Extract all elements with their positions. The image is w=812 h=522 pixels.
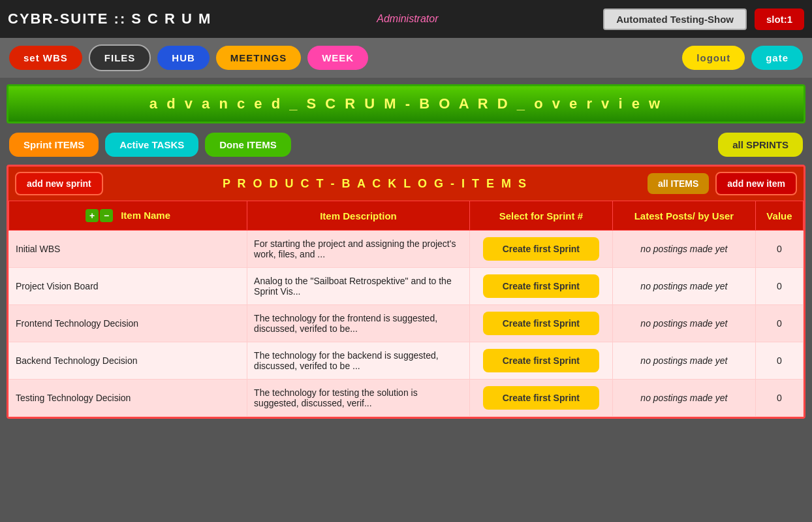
table-row: Initial WBS For starting the project and… xyxy=(9,231,804,268)
slot-button[interactable]: slot:1 xyxy=(755,8,804,30)
header-center: Administrator xyxy=(219,13,595,25)
minus-button[interactable]: − xyxy=(100,209,113,222)
backlog-table: + − Item Name Item Description Select fo… xyxy=(8,201,804,417)
cell-desc-0: For starting the project and assigning t… xyxy=(247,231,470,268)
cell-sprint-4: Create first Sprint xyxy=(469,380,612,417)
cell-name-0: Initial WBS xyxy=(9,231,247,268)
cell-posts-1: no postings made yet xyxy=(612,268,755,305)
cell-name-4: Testing Technology Decision xyxy=(9,380,247,417)
cell-value-3: 0 xyxy=(755,342,803,380)
th-value: Value xyxy=(755,201,803,231)
tab-active-tasks[interactable]: Active TASKS xyxy=(105,133,198,157)
cell-value-0: 0 xyxy=(755,231,803,268)
th-posts: Latest Posts/ by User xyxy=(612,201,755,231)
th-name: + − Item Name xyxy=(9,201,247,231)
cell-name-2: Frontend Technology Decision xyxy=(9,305,247,342)
nav-files[interactable]: FILES xyxy=(89,44,151,71)
create-sprint-button-4[interactable]: Create first Sprint xyxy=(483,386,599,410)
panel-title: P R O D U C T - B A C K L O G - I T E M … xyxy=(110,177,641,191)
logout-button[interactable]: logout xyxy=(682,46,745,70)
table-row: Project Vision Board Analog to the "Sail… xyxy=(9,268,804,305)
plus-button[interactable]: + xyxy=(86,209,99,222)
cell-desc-1: Analog to the "Sailboat Retrospektive" a… xyxy=(247,268,470,305)
panel-header: add new sprint P R O D U C T - B A C K L… xyxy=(8,167,804,201)
th-description: Item Description xyxy=(247,201,470,231)
cell-sprint-1: Create first Sprint xyxy=(469,268,612,305)
th-sprint: Select for Sprint # xyxy=(469,201,612,231)
gate-button[interactable]: gate xyxy=(751,46,803,70)
nav-meetings[interactable]: MEETINGS xyxy=(216,46,301,70)
cell-sprint-3: Create first Sprint xyxy=(469,342,612,380)
admin-label: Administrator xyxy=(377,13,438,25)
cell-desc-4: The technology for testing the solution … xyxy=(247,380,470,417)
cell-desc-2: The technology for the frontend is sugge… xyxy=(247,305,470,342)
nav-week[interactable]: WEEK xyxy=(307,46,368,70)
create-sprint-button-1[interactable]: Create first Sprint xyxy=(483,274,599,298)
project-label: Automated Testing-Show xyxy=(603,8,747,30)
banner-text: a d v a n c e d _ S C R U M - B O A R D … xyxy=(149,95,663,112)
create-sprint-button-3[interactable]: Create first Sprint xyxy=(483,349,599,372)
tab-all-sprints[interactable]: all SPRINTS xyxy=(718,133,803,157)
cell-posts-3: no postings made yet xyxy=(612,342,755,380)
cell-posts-4: no postings made yet xyxy=(612,380,755,417)
tab-sprint-items[interactable]: Sprint ITEMS xyxy=(9,133,99,157)
create-sprint-button-2[interactable]: Create first Sprint xyxy=(483,312,599,335)
navbar: set WBS FILES HUB MEETINGS WEEK logout g… xyxy=(0,38,812,78)
create-sprint-button-0[interactable]: Create first Sprint xyxy=(483,237,599,261)
cell-value-4: 0 xyxy=(755,380,803,417)
banner: a d v a n c e d _ S C R U M - B O A R D … xyxy=(7,84,805,123)
cell-sprint-0: Create first Sprint xyxy=(469,231,612,268)
cell-desc-3: The technology for the backend is sugges… xyxy=(247,342,470,380)
th-name-label: Item Name xyxy=(121,210,170,221)
add-item-button[interactable]: add new item xyxy=(715,172,797,195)
plus-minus-controls: + − xyxy=(86,209,113,222)
cell-posts-2: no postings made yet xyxy=(612,305,755,342)
cell-value-2: 0 xyxy=(755,305,803,342)
cell-name-3: Backend Technology Decision xyxy=(9,342,247,380)
all-items-button[interactable]: all ITEMS xyxy=(648,173,709,194)
table-wrapper: + − Item Name Item Description Select fo… xyxy=(8,201,804,417)
table-header-row: + − Item Name Item Description Select fo… xyxy=(9,201,804,231)
cell-name-1: Project Vision Board xyxy=(9,268,247,305)
cell-sprint-2: Create first Sprint xyxy=(469,305,612,342)
table-row: Testing Technology Decision The technolo… xyxy=(9,380,804,417)
table-row: Frontend Technology Decision The technol… xyxy=(9,305,804,342)
add-sprint-button[interactable]: add new sprint xyxy=(15,172,103,195)
nav-hub[interactable]: HUB xyxy=(157,46,210,70)
tab-row: Sprint ITEMS Active TASKS Done ITEMS all… xyxy=(0,127,812,162)
cell-posts-0: no postings made yet xyxy=(612,231,755,268)
tab-done-items[interactable]: Done ITEMS xyxy=(205,133,291,157)
main-panel: add new sprint P R O D U C T - B A C K L… xyxy=(7,165,805,419)
header: CYBR-SUITE :: S C R U M Administrator Au… xyxy=(0,0,812,38)
nav-set-wbs[interactable]: set WBS xyxy=(9,46,82,70)
app-title: CYBR-SUITE :: S C R U M xyxy=(8,10,211,27)
cell-value-1: 0 xyxy=(755,268,803,305)
table-body: Initial WBS For starting the project and… xyxy=(9,231,804,417)
table-row: Backend Technology Decision The technolo… xyxy=(9,342,804,380)
